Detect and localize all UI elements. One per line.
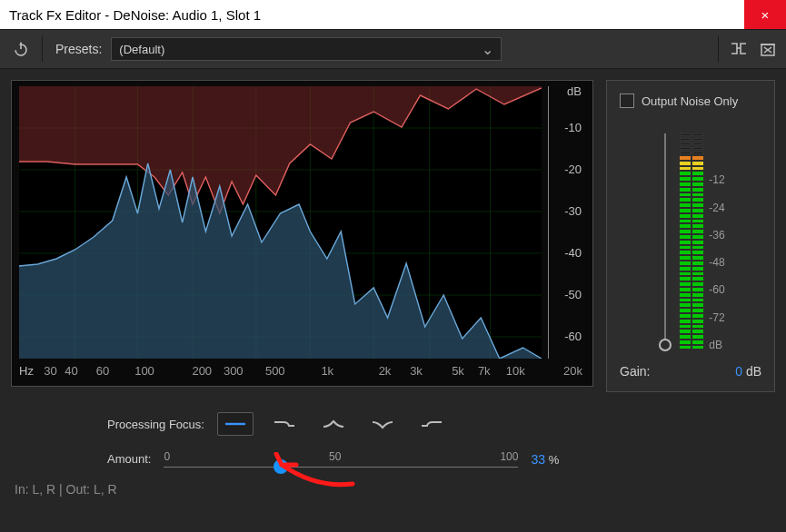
delete-preset-icon[interactable] [759,40,777,58]
signal-spectrum-fill [19,163,542,359]
x-tick: 1k [321,364,333,378]
x-tick: 30 [44,364,56,378]
x-tick: 300 [224,364,244,378]
meter-tick: dB [709,339,724,351]
meter-tick: -72 [709,311,724,324]
scale-tick: 100 [500,450,518,463]
meter-scale: -12 -24 -36 -48 -60 -72 dB [709,133,724,351]
io-status: In: L, R | Out: L, R [0,468,786,497]
focus-highshelf-button[interactable] [413,412,450,436]
y-unit: dB [567,84,582,98]
x-axis: Hz 30 40 60 100 200 300 500 1k 2k 3k 5k … [19,359,542,386]
x-tick: 2k [379,364,392,378]
meter-tick: -24 [709,202,724,214]
focus-highshelf-icon [420,419,443,429]
focus-band-icon [322,419,345,429]
x-tick: 100 [134,364,154,378]
y-tick: -20 [564,163,582,176]
level-meter [680,133,703,351]
slider-knob-icon [274,459,288,474]
window-title: Track Fx Editor - DeNoise: Audio 1, Slot… [9,7,261,23]
spectrum-chart[interactable] [19,86,542,359]
spectrum-panel: dB -10 -20 -30 -40 -50 -60 Hz 30 40 60 1… [11,80,593,387]
y-tick: -50 [564,288,582,301]
amount-slider[interactable]: 0 50 100 [164,450,518,468]
gain-slider[interactable] [656,133,674,351]
x-tick: 500 [265,364,285,378]
focus-full-icon [224,419,247,429]
x-tick: 20k [563,364,582,378]
noise-spectrum-fill [19,86,542,213]
y-tick: -60 [564,330,582,343]
checkbox-icon [620,94,634,108]
routing-icon[interactable] [730,40,748,58]
y-axis: dB -10 -20 -30 -40 -50 -60 [542,86,585,359]
amount-value[interactable]: 33 [531,452,545,467]
amount-unit: % [549,453,560,467]
output-noise-only-label: Output Noise Only [642,94,738,108]
x-tick: 5k [452,364,464,378]
meter-panel: Output Noise Only -12 -24 [606,80,775,392]
divider [718,36,719,62]
close-button[interactable]: × [744,0,786,29]
focus-notch-button[interactable] [364,412,401,436]
close-icon: × [761,7,770,23]
focus-lowshelf-button[interactable] [266,412,303,436]
preset-dropdown[interactable]: (Default) ⌄ [111,37,502,61]
y-tick: -40 [564,246,582,260]
gain-value[interactable]: 0 [735,364,742,379]
meter-tick: -48 [709,256,724,269]
meter-tick: -60 [709,283,724,296]
x-unit: Hz [19,364,34,378]
output-noise-only-checkbox[interactable]: Output Noise Only [620,94,761,108]
x-tick: 60 [96,364,109,378]
focus-full-button[interactable] [217,412,254,436]
meter-tick: -12 [709,173,724,186]
focus-lowshelf-icon [273,419,296,429]
focus-notch-icon [371,419,394,429]
power-icon [13,41,29,57]
y-tick: -10 [564,121,582,134]
processing-focus-label: Processing Focus: [107,418,204,431]
chevron-down-icon: ⌄ [482,41,493,58]
scale-tick: 50 [329,450,341,463]
divider [42,36,43,62]
x-tick: 7k [478,364,491,378]
y-tick: -30 [564,204,582,218]
power-button[interactable] [9,37,33,61]
gain-unit: dB [746,364,761,379]
presets-label: Presets: [55,42,102,56]
x-tick: 40 [65,364,77,378]
slider-knob-icon [659,339,672,351]
meter-tick: -36 [709,229,724,241]
preset-value: (Default) [119,43,164,56]
amount-label: Amount: [107,452,151,466]
scale-tick: 0 [164,450,170,463]
x-tick: 10k [506,364,525,378]
gain-label: Gain: [620,364,650,379]
focus-band-button[interactable] [315,412,352,436]
x-tick: 3k [410,364,423,378]
x-tick: 200 [192,364,212,378]
